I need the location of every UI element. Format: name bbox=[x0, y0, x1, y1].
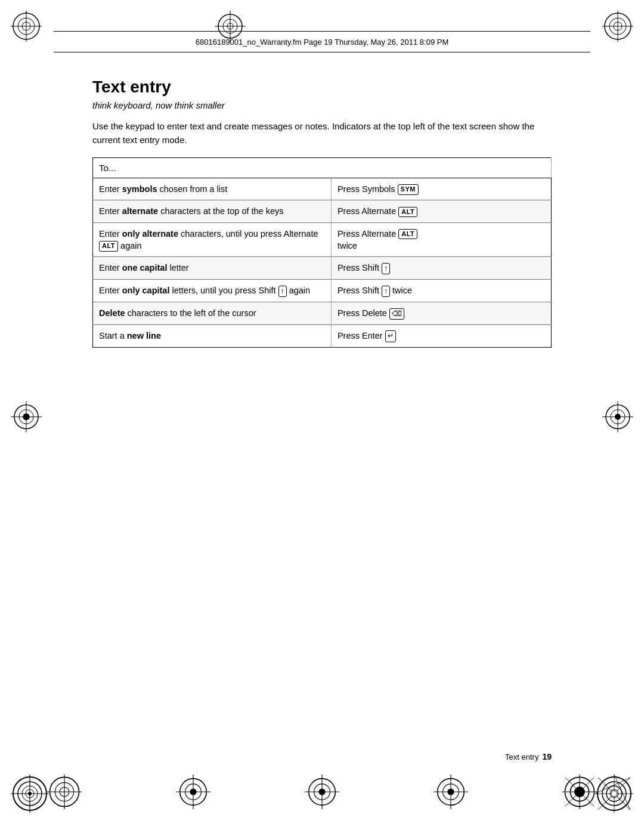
table-key-cell: Press Shift ↑ bbox=[331, 257, 551, 280]
bottom-marks bbox=[0, 775, 644, 809]
reg-mark-bottom-right-large bbox=[595, 775, 633, 815]
table-row: Enter one capital letter Press Shift ↑ bbox=[93, 257, 552, 280]
table-action-cell: Enter symbols chosen from a list bbox=[93, 178, 332, 200]
reg-mark-bottom-left-large bbox=[11, 775, 49, 815]
reg-mark-bottom-center-right bbox=[434, 775, 468, 809]
alt-key-badge: ALT bbox=[398, 207, 417, 217]
enter-key-icon: ↵ bbox=[385, 330, 396, 342]
table-key-cell: Press Shift ↑ twice bbox=[331, 280, 551, 302]
reg-mark-bottom-left bbox=[47, 775, 82, 809]
table-row: Enter symbols chosen from a list Press S… bbox=[93, 178, 552, 200]
table-row: Enter only alternate characters, until y… bbox=[93, 222, 552, 257]
table-key-cell: Press Alternate ALTtwice bbox=[331, 222, 551, 257]
shift-key-icon: ↑ bbox=[382, 263, 390, 275]
table-action-cell: Delete characters to the left of the cur… bbox=[93, 302, 332, 325]
table-row: Enter only capital letters, until you pr… bbox=[93, 280, 552, 302]
reg-mark-mid-left bbox=[11, 401, 42, 432]
table-row: Start a new line Press Enter ↵ bbox=[93, 325, 552, 348]
page-subtitle: think keyboard, now think smaller bbox=[92, 100, 552, 110]
main-content: Text entry think keyboard, now think sma… bbox=[92, 78, 552, 348]
table-action-cell: Enter alternate characters at the top of… bbox=[93, 200, 332, 222]
page-title: Text entry bbox=[92, 78, 552, 97]
alt-key-badge-inline: ALT bbox=[99, 241, 118, 251]
reg-mark-top-left bbox=[11, 11, 42, 42]
footer-section-label: Text entry bbox=[505, 753, 538, 761]
header-text: 68016189001_no_Warranty.fm Page 19 Thurs… bbox=[196, 38, 448, 47]
table-key-cell: Press Alternate ALT bbox=[331, 200, 551, 222]
reg-mark-bottom-center bbox=[305, 775, 339, 809]
table-key-cell: Press Delete ⌫ bbox=[331, 302, 551, 325]
delete-key-icon: ⌫ bbox=[389, 308, 404, 320]
footer: Text entry 19 bbox=[92, 752, 552, 761]
table-header-cell: To... bbox=[93, 158, 552, 178]
table-action-cell: Start a new line bbox=[93, 325, 332, 348]
table-row: Enter alternate characters at the top of… bbox=[93, 200, 552, 222]
table-action-cell: Enter only alternate characters, until y… bbox=[93, 222, 332, 257]
reg-mark-bottom-right bbox=[562, 775, 597, 809]
footer-page-number: 19 bbox=[542, 752, 552, 761]
entry-table: To... Enter symbols chosen from a list P… bbox=[92, 157, 552, 348]
reg-mark-top-right bbox=[602, 11, 633, 42]
shift-key-icon2: ↑ bbox=[382, 286, 390, 298]
table-key-cell: Press Enter ↵ bbox=[331, 325, 551, 348]
alt-key-badge2: ALT bbox=[398, 229, 417, 239]
shift-key-icon-inline: ↑ bbox=[278, 286, 287, 298]
table-header-row: To... bbox=[93, 158, 552, 178]
table-key-cell: Press Symbols SYM bbox=[331, 178, 551, 200]
table-row: Delete characters to the left of the cur… bbox=[93, 302, 552, 325]
reg-mark-bottom-center-left bbox=[176, 775, 210, 809]
reg-mark-mid-right bbox=[602, 401, 633, 432]
table-action-cell: Enter one capital letter bbox=[93, 257, 332, 280]
intro-text: Use the keypad to enter text and create … bbox=[92, 120, 552, 147]
svg-point-71 bbox=[611, 791, 617, 797]
sym-key-badge: SYM bbox=[398, 184, 419, 194]
header-bar: 68016189001_no_Warranty.fm Page 19 Thurs… bbox=[54, 31, 590, 52]
table-action-cell: Enter only capital letters, until you pr… bbox=[93, 280, 332, 302]
